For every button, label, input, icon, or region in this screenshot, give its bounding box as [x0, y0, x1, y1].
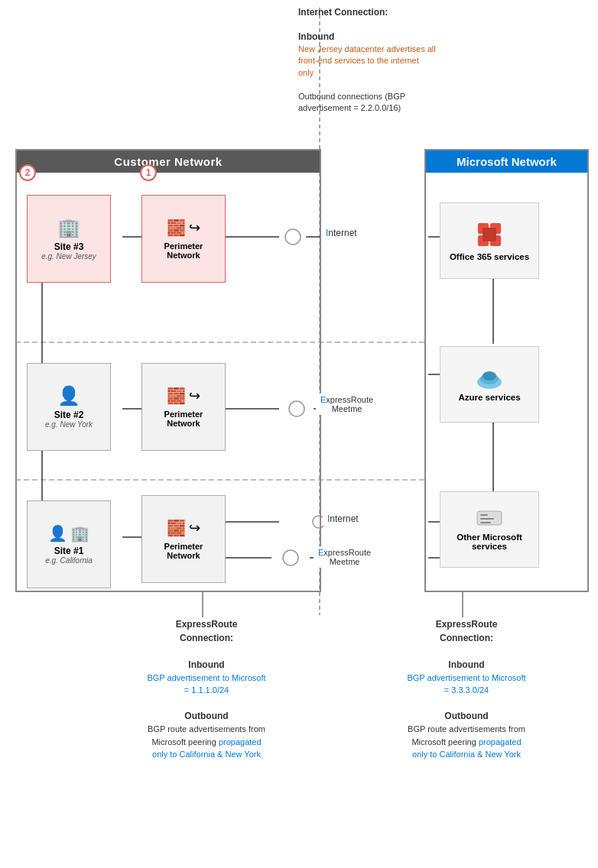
bl-outbound-text: BGP route advertisements from Microsoft … — [145, 723, 268, 761]
building-icon: 🏢 — [57, 217, 80, 238]
site1-label: Site #1 — [54, 546, 84, 556]
perimeter-row3-box: 🧱 ↪ PerimeterNetwork — [141, 495, 226, 583]
perimeter-row2-label: PerimeterNetwork — [164, 410, 203, 428]
router-icon-r1: ↪ — [189, 219, 200, 236]
azure-icon — [475, 367, 504, 390]
bottom-left-annotation: ExpressRouteConnection: Inbound BGP adve… — [145, 617, 268, 761]
person2-icon: 👤 — [48, 524, 67, 542]
svg-rect-40 — [480, 518, 494, 520]
person-icon: 👤 — [57, 385, 80, 406]
router-icon-r2: ↪ — [189, 387, 200, 404]
firewall-icon-r3: 🧱 — [167, 519, 186, 537]
other-services-icon — [476, 508, 503, 530]
router-icon-r3: ↪ — [189, 520, 200, 536]
inbound-text: New Jersey datacenter advertises all fro… — [298, 44, 436, 79]
br-title: ExpressRouteConnection: — [405, 617, 528, 645]
badge-1: 1 — [140, 164, 157, 181]
office365-label: Office 365 services — [450, 252, 529, 261]
perimeter-row1-box: 🧱 ↪ PerimeterNetwork — [141, 195, 226, 283]
br-outbound-text: BGP route advertisements from Microsoft … — [405, 723, 528, 761]
firewall-icon-r1: 🧱 — [167, 219, 186, 237]
site3-box: 🏢 Site #3 e.g. New Jersey — [27, 195, 111, 283]
inbound-label: Inbound — [298, 31, 436, 44]
site3-label: Site #3 — [54, 241, 84, 252]
site2-label: Site #2 — [54, 410, 84, 420]
perimeter-row3-label: PerimeterNetwork — [164, 542, 203, 560]
office365-box: Office 365 services — [440, 202, 539, 279]
bl-outbound-label: Outbound — [145, 709, 268, 723]
svg-rect-41 — [480, 522, 491, 523]
customer-network-header: Customer Network — [17, 151, 320, 173]
svg-rect-34 — [483, 228, 496, 241]
expressroute-conn-row3: ExpressRouteMeetme — [314, 546, 375, 568]
firewall-icon-r2: 🧱 — [167, 387, 186, 405]
other-services-box: Other Microsoft services — [440, 491, 539, 568]
bl-title: ExpressRouteConnection: — [145, 617, 268, 645]
bottom-right-annotation: ExpressRouteConnection: Inbound BGP adve… — [405, 617, 528, 761]
internet-connection-title: Internet Connection: — [298, 6, 436, 19]
svg-rect-39 — [480, 514, 488, 516]
azure-box: Azure services — [440, 346, 539, 423]
badge-2: 2 — [19, 164, 36, 181]
diagram-container: { "top_annotation": { "title": "Internet… — [0, 0, 598, 868]
other-services-label: Other Microsoft services — [440, 533, 538, 551]
site2-sublabel: e.g. New York — [45, 420, 93, 429]
site1-sublabel: e.g. California — [45, 556, 93, 565]
microsoft-network-header: Microsoft Network — [426, 151, 587, 173]
perimeter-row2-box: 🧱 ↪ PerimeterNetwork — [141, 363, 226, 451]
bl-inbound-text: BGP advertisement to Microsoft = 1.1.1.0… — [145, 672, 268, 697]
site1-box: 👤 🏢 Site #1 e.g. California — [27, 500, 111, 588]
site2-box: 👤 Site #2 e.g. New York — [27, 363, 111, 451]
perimeter-row1-label: PerimeterNetwork — [164, 241, 203, 260]
br-outbound-label: Outbound — [405, 709, 528, 723]
outbound-label: Outbound connections (BGP advertisement … — [298, 91, 436, 115]
site3-sublabel: e.g. New Jersey — [41, 252, 96, 261]
expressroute-conn-row2: ExpressRouteMeetme — [316, 394, 378, 415]
internet-conn-row3: Internet — [323, 512, 363, 526]
azure-label: Azure services — [458, 393, 520, 402]
internet-conn-row1: Internet — [321, 226, 362, 240]
building2-icon: 🏢 — [70, 524, 89, 542]
top-annotation: Internet Connection: Inbound New Jersey … — [298, 6, 436, 114]
br-inbound-label: Inbound — [405, 658, 528, 672]
svg-point-37 — [483, 371, 496, 381]
office365-icon — [475, 220, 504, 249]
br-inbound-text: BGP advertisement to Microsoft = 3.3.3.0… — [405, 672, 528, 697]
bl-inbound-label: Inbound — [145, 658, 268, 672]
